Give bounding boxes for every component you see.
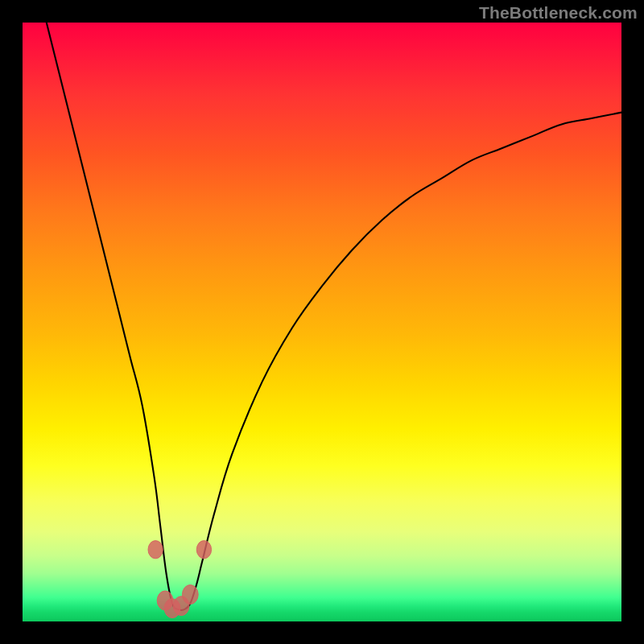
curve-marker bbox=[182, 585, 198, 605]
plot-area bbox=[23, 23, 621, 621]
curve-marker bbox=[148, 541, 163, 559]
chart-svg bbox=[23, 23, 621, 621]
watermark-label: TheBottleneck.com bbox=[479, 3, 638, 23]
chart-frame: TheBottleneck.com bbox=[0, 0, 644, 644]
curve-markers bbox=[148, 541, 212, 618]
curve-marker bbox=[196, 541, 211, 559]
bottleneck-curve bbox=[47, 23, 621, 610]
